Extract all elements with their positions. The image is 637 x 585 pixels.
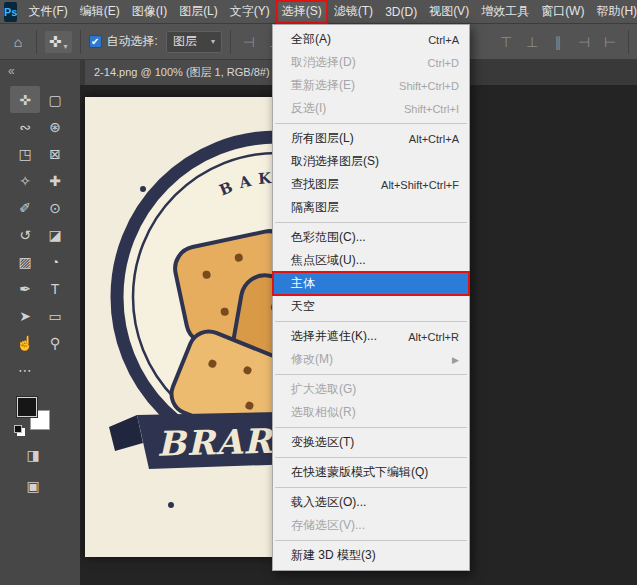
menubar-item-file[interactable]: 文件(F) (22, 0, 73, 24)
blur-tool-icon[interactable]: ◔ (40, 248, 70, 275)
foreground-color-swatch[interactable] (17, 397, 37, 417)
menu-item-isolate-layers[interactable]: 隔离图层 (273, 196, 469, 219)
quick-selection-tool-icon[interactable]: ⊛ (40, 113, 70, 140)
type-tool-icon[interactable]: T (40, 275, 70, 302)
move-tool-icon[interactable]: ✜ (10, 86, 40, 113)
default-colors-icon[interactable] (14, 425, 22, 433)
menu-item-label: 重新选择(E) (291, 77, 355, 94)
lasso-tool-icon[interactable]: ∾ (10, 113, 40, 140)
auto-select-label: 自动选择: (107, 33, 158, 50)
menu-item-subject[interactable]: 主体 (273, 272, 469, 295)
menu-separator (275, 123, 467, 124)
eraser-tool-icon[interactable]: ◪ (40, 221, 70, 248)
distribute-horizontal-icon[interactable]: ∥ (548, 31, 568, 53)
menu-item-reselect[interactable]: 重新选择(E)Shift+Ctrl+D (273, 74, 469, 97)
zoom-tool-icon[interactable]: ⚲ (40, 329, 70, 356)
menu-item-color-range[interactable]: 色彩范围(C)... (273, 226, 469, 249)
menu-item-new-3d-extrusion[interactable]: 新建 3D 模型(3) (273, 544, 469, 567)
menubar-item-view[interactable]: 视图(V) (423, 0, 475, 24)
menubar-item-plugins[interactable]: 增效工具 (475, 0, 535, 24)
crop-tool-icon[interactable]: ◳ (10, 140, 40, 167)
distribute-vertical-icon[interactable]: ⊢ (600, 31, 620, 53)
menu-item-label: 取消选择(D) (291, 54, 356, 71)
menubar: Ps 文件(F)编辑(E)图像(I)图层(L)文字(Y)选择(S)滤镜(T)3D… (0, 0, 637, 24)
frame-tool-icon[interactable]: ⊠ (40, 140, 70, 167)
menu-item-shortcut: Alt+Shift+Ctrl+F (381, 179, 459, 191)
menu-item-deselect-layers[interactable]: 取消选择图层(S) (273, 150, 469, 173)
menu-separator (275, 374, 467, 375)
clone-stamp-tool-icon[interactable]: ⊙ (40, 194, 70, 221)
menu-item-label: 主体 (291, 275, 315, 292)
menu-item-inverse[interactable]: 反选(I)Shift+Ctrl+I (273, 97, 469, 120)
healing-brush-tool-icon[interactable]: ✚ (40, 167, 70, 194)
menubar-item-3d[interactable]: 3D(D) (379, 0, 423, 24)
menu-item-grow[interactable]: 扩大选取(G) (273, 378, 469, 401)
menu-item-modify[interactable]: 修改(M)▶ (273, 348, 469, 371)
menubar-item-window[interactable]: 窗口(W) (535, 0, 590, 24)
divider (80, 30, 81, 54)
optionsbar-right-icons: ⊤⊥∥⊣⊢ (496, 31, 620, 53)
move-tool-icon: ✜ (49, 33, 62, 51)
brush-tool-icon[interactable]: ✐ (10, 194, 40, 221)
menubar-item-filter[interactable]: 滤镜(T) (328, 0, 379, 24)
menu-item-focus-area[interactable]: 焦点区域(U)... (273, 249, 469, 272)
home-icon[interactable]: ⌂ (8, 31, 28, 53)
menubar-item-help[interactable]: 帮助(H) (590, 0, 637, 24)
color-swatches[interactable] (14, 395, 58, 437)
document-tab[interactable]: 2-14.png @ 100% (图层 1, RGB/8#) × (85, 60, 296, 85)
pen-tool-icon[interactable]: ✒ (10, 275, 40, 302)
menubar-item-edit[interactable]: 编辑(E) (74, 0, 126, 24)
menu-item-find-layers[interactable]: 查找图层Alt+Shift+Ctrl+F (273, 173, 469, 196)
menu-item-label: 所有图层(L) (291, 130, 354, 147)
tool-preset-dropdown[interactable]: ✜ ▾ (45, 31, 72, 53)
menu-item-edit-in-quick-mask[interactable]: 在快速蒙版模式下编辑(Q) (273, 461, 469, 484)
menu-item-load-selection[interactable]: 载入选区(O)... (273, 491, 469, 514)
shape-tool-icon[interactable]: ▭ (40, 302, 70, 329)
align-left-icon[interactable]: ⊣ (239, 31, 259, 53)
menu-item-label: 焦点区域(U)... (291, 252, 366, 269)
layer-target-dropdown[interactable]: 图层 ▾ (166, 31, 222, 53)
select-menu: 全部(A)Ctrl+A取消选择(D)Ctrl+D重新选择(E)Shift+Ctr… (272, 24, 470, 571)
menu-item-transform-selection[interactable]: 变换选区(T) (273, 431, 469, 454)
photoshop-logo: Ps (4, 2, 17, 22)
eyedropper-tool-icon[interactable]: ✧ (10, 167, 40, 194)
quick-mask-button[interactable]: ◨ (18, 441, 48, 468)
menubar-item-type[interactable]: 文字(Y) (224, 0, 276, 24)
screen-mode-button[interactable]: ▣ (18, 472, 48, 499)
menubar-item-select[interactable]: 选择(S) (276, 0, 328, 24)
chevron-down-icon: ▾ (211, 37, 215, 46)
menu-item-deselect[interactable]: 取消选择(D)Ctrl+D (273, 51, 469, 74)
menu-item-label: 选择并遮住(K)... (291, 328, 377, 345)
align-bottom-edges-icon[interactable]: ⊣ (574, 31, 594, 53)
menu-item-label: 查找图层 (291, 176, 339, 193)
document-tab-title: 2-14.png @ 100% (图层 1, RGB/8#) (94, 65, 270, 80)
menu-item-similar[interactable]: 选取相似(R) (273, 401, 469, 424)
gradient-tool-icon[interactable]: ▨ (10, 248, 40, 275)
menu-item-shortcut: Alt+Ctrl+A (409, 133, 459, 145)
menubar-item-layer[interactable]: 图层(L) (173, 0, 224, 24)
menu-item-select-and-mask[interactable]: 选择并遮住(K)...Alt+Ctrl+R (273, 325, 469, 348)
align-vertical-centers-icon[interactable]: ⊥ (522, 31, 542, 53)
menubar-item-image[interactable]: 图像(I) (126, 0, 173, 24)
menu-item-save-selection[interactable]: 存储选区(V)... (273, 514, 469, 537)
auto-select-control[interactable]: ✔ 自动选择: (89, 33, 158, 50)
hand-tool-icon[interactable]: ☝ (10, 329, 40, 356)
auto-select-checkbox[interactable]: ✔ (89, 35, 102, 48)
menu-item-shortcut: Ctrl+D (428, 57, 459, 69)
divider (230, 30, 231, 54)
collapse-panel-button[interactable]: « (0, 60, 26, 78)
path-selection-tool-icon[interactable]: ➤ (10, 302, 40, 329)
marquee-tool-icon[interactable]: ▢ (40, 86, 70, 113)
align-top-edges-icon[interactable]: ⊤ (496, 31, 516, 53)
menu-item-label: 在快速蒙版模式下编辑(Q) (291, 464, 428, 481)
menu-item-all-layers[interactable]: 所有图层(L)Alt+Ctrl+A (273, 127, 469, 150)
history-brush-tool-icon[interactable]: ↺ (10, 221, 40, 248)
menu-item-select-all[interactable]: 全部(A)Ctrl+A (273, 28, 469, 51)
menubar-items: 文件(F)编辑(E)图像(I)图层(L)文字(Y)选择(S)滤镜(T)3D(D)… (22, 0, 637, 24)
menu-item-label: 全部(A) (291, 31, 331, 48)
edit-toolbar-tool-icon[interactable]: ⋯ (10, 356, 40, 383)
divider (628, 30, 629, 54)
divider (36, 30, 37, 54)
menu-item-sky[interactable]: 天空 (273, 295, 469, 318)
tools-grid: ✜▢∾⊛◳⊠✧✚✐⊙↺◪▨◔✒T➤▭☝⚲⋯ (10, 86, 80, 383)
